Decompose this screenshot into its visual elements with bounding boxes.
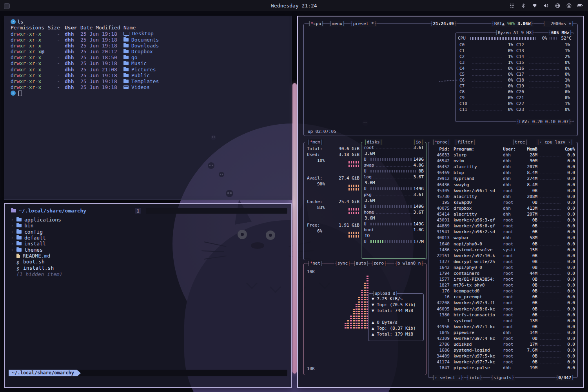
process-row[interactable]: 195 kswapd0 root 0B 0.0 xyxy=(428,200,577,205)
process-leader xyxy=(540,242,561,245)
process-row[interactable]: 44956 kworker/u97:1-kc root 0B 0.0 xyxy=(428,324,577,330)
process-row[interactable]: 43091 kworker/u96:3-gf root 0B 0.0 xyxy=(428,217,577,223)
interval-minus-button[interactable]: - xyxy=(545,21,548,26)
process-name: napi/phy0-0 xyxy=(450,265,503,270)
cpu-panel-title[interactable]: *cpu xyxy=(308,21,324,27)
process-row[interactable]: 16 rcu_preempt root 0B 0.0 xyxy=(428,294,577,300)
process-row[interactable]: 46633 slurp dhh 28M 0.0 xyxy=(428,152,577,158)
net-interface-switcher[interactable]: b wlan0 n xyxy=(394,260,424,266)
process-row[interactable]: 22161 kworker/u97:10-k root 0B 0.0 xyxy=(428,253,577,259)
process-row[interactable]: 1794 containerd root 44M 0.0 xyxy=(428,270,577,276)
process-row[interactable]: 34409 kworker/u97:5-kc root 0B 0.0 xyxy=(428,353,577,359)
process-row[interactable]: 46095 kworker/u98:6-kc root 0B 0.0 xyxy=(428,306,577,312)
process-row[interactable]: 46436 swaybg dhh 8.4M 0.0 xyxy=(428,182,577,188)
process-row[interactable]: 1827 mt76-tx phy0 root 0B 0.0 xyxy=(428,282,577,288)
file-type-icon xyxy=(123,32,129,36)
signals-control[interactable]: signals xyxy=(490,375,515,381)
volume-icon[interactable] xyxy=(543,2,549,9)
globe-icon[interactable] xyxy=(554,2,561,9)
info-control[interactable]: info xyxy=(466,375,483,381)
process-cpu: 0.0 xyxy=(563,170,575,176)
preset-button[interactable]: preset * xyxy=(350,21,377,27)
file-list-item[interactable]: README.md xyxy=(11,253,131,259)
process-row[interactable]: 1686 systemd-logind root 7.6M 0.0 xyxy=(428,347,577,353)
process-row[interactable]: 39912 Hyprland dhh 274M 0.0 xyxy=(428,176,577,181)
disk-used-bar xyxy=(370,187,412,190)
process-row[interactable]: 45730 alacritty dhh 208M 0.0 xyxy=(428,194,577,200)
process-row[interactable]: 1845 pipewire dhh 14M 0.0 xyxy=(428,330,577,336)
tree-toggle-button[interactable]: tree xyxy=(512,139,528,145)
user-icon[interactable] xyxy=(566,2,572,9)
process-row[interactable]: 1327 dmcrypt_write/25 root 0B 0.0 xyxy=(428,259,577,265)
process-name: kcompactd0 xyxy=(450,288,503,294)
disk-used-label: U xyxy=(364,239,368,245)
process-row[interactable]: 45414 alacritty dhh 207M 0.0 xyxy=(428,211,577,217)
process-row[interactable]: 42208 kworker/u97:3-fl root 0B 0.0 xyxy=(428,300,577,306)
process-row[interactable]: 45305 kworker/u96:1-sd root 0B 0.0 xyxy=(428,188,577,194)
net-auto-button[interactable]: auto xyxy=(353,260,369,266)
process-row[interactable]: 1486 systemd-resolve syst+ 15M 0.0 xyxy=(428,247,577,253)
bluetooth-icon[interactable] xyxy=(520,2,526,9)
process-row[interactable]: 2786 udisksd root 17M 0.0 xyxy=(428,341,577,347)
process-row[interactable]: 31541 kworker/u96:2-sd root 0B 0.0 xyxy=(428,229,577,235)
file-list-item[interactable]: config xyxy=(11,229,131,235)
process-leader xyxy=(540,236,561,239)
select-control[interactable]: select xyxy=(432,375,464,381)
process-leader xyxy=(540,165,561,168)
proc-panel-title[interactable]: *proc xyxy=(432,139,450,145)
process-name: kworker/u97:7-kc xyxy=(450,359,503,365)
process-row[interactable]: 1640 napi/phy0-0 root 0B 0.0 xyxy=(428,241,577,247)
filter-button[interactable]: filter xyxy=(454,139,476,145)
process-row[interactable]: 1 systemd root 13M 0.0 xyxy=(428,318,577,324)
process-cpu: 0.0 xyxy=(563,253,575,259)
terminal-prompt[interactable]: › xyxy=(11,90,292,96)
process-row[interactable]: 44889 kworker/u96:0-gf root 0B 0.0 xyxy=(428,223,577,229)
file-list-item[interactable]: themes xyxy=(11,247,131,252)
file-name: Templates xyxy=(123,78,292,84)
process-row[interactable]: 42309 kworker/u97:4-kc root 0B 0.0 xyxy=(428,336,577,341)
process-name: irq/81-PIXA3854: xyxy=(450,276,503,282)
file-size: - xyxy=(47,54,60,60)
file-list-item[interactable]: default xyxy=(11,235,131,241)
process-row[interactable]: 40013 waybar dhh 58M 0.0 xyxy=(428,235,577,241)
ls-row: drwxr-xr-x - dhh 25 Jun 21:08 Pictures xyxy=(11,67,292,73)
process-cpu: 0.0 xyxy=(563,359,575,365)
file-list-item[interactable]: install xyxy=(11,241,131,247)
process-row[interactable]: 41174 kworker/u97:7-kc root 0B 0.0 xyxy=(428,359,577,365)
process-row[interactable]: 1847 pipewire-pulse dhh 19M 0.0 xyxy=(428,365,577,371)
disks-panel-title[interactable]: disks xyxy=(364,139,383,145)
disk-leader xyxy=(376,228,412,231)
menu-button[interactable]: menu xyxy=(329,21,345,27)
process-row[interactable]: 46452 alacritty dhh 207M 0.0 xyxy=(428,164,577,170)
process-cpu: 0.0 xyxy=(563,353,575,359)
io-mode-button[interactable]: io xyxy=(413,139,424,145)
sort-selector[interactable]: ‹ cpu lazy › xyxy=(536,139,573,145)
process-row[interactable]: 1642 napi/phy0-0 root 0B 0.0 xyxy=(428,265,577,270)
tab-indicator[interactable]: 1 xyxy=(135,208,141,214)
net-zero-button[interactable]: zero xyxy=(370,260,387,266)
file-list-item[interactable]: boot.sh xyxy=(11,259,131,265)
mem-panel-title[interactable]: *mem xyxy=(307,139,323,145)
file-date: 25 Jun 18:50 xyxy=(80,54,123,60)
net-sync-button[interactable]: sync xyxy=(334,260,351,266)
process-row[interactable]: 1577 irq/81-PIXA3854: root 0B 0.0 xyxy=(428,276,577,282)
wifi-icon[interactable] xyxy=(532,2,538,9)
process-row[interactable]: 40075 dropbox dhh 413M 0.0 xyxy=(428,205,577,211)
core-meter xyxy=(472,78,502,82)
net-panel-title[interactable]: *net xyxy=(307,260,323,266)
process-row[interactable]: 46469 btop dhh 8.4M 0.0 xyxy=(428,170,577,176)
tailscale-icon[interactable] xyxy=(509,2,515,9)
process-row[interactable]: 46542 nvim dhh 30M 0.0 xyxy=(428,158,577,164)
terminal-command: ls xyxy=(17,19,24,25)
file-list-item[interactable]: applications xyxy=(11,217,131,223)
mem-stat-meter xyxy=(348,232,359,239)
interval-plus-button[interactable]: + xyxy=(569,21,572,26)
memory-stats: Total: 30.6 GiB Used: 3.18 GiB 10% xyxy=(307,146,359,246)
battery-icon[interactable] xyxy=(577,2,583,9)
file-list-item[interactable]: install.sh xyxy=(11,265,131,270)
process-row[interactable]: 1380 btrfs-transactio root 0B 0.0 xyxy=(428,312,577,318)
file-list-item[interactable]: bin xyxy=(11,223,131,229)
process-row[interactable]: 176 kcompactd0 root 0B 0.0 xyxy=(428,288,577,294)
process-pid: 45305 xyxy=(430,188,450,194)
powerline-arrow-icon xyxy=(77,370,81,376)
